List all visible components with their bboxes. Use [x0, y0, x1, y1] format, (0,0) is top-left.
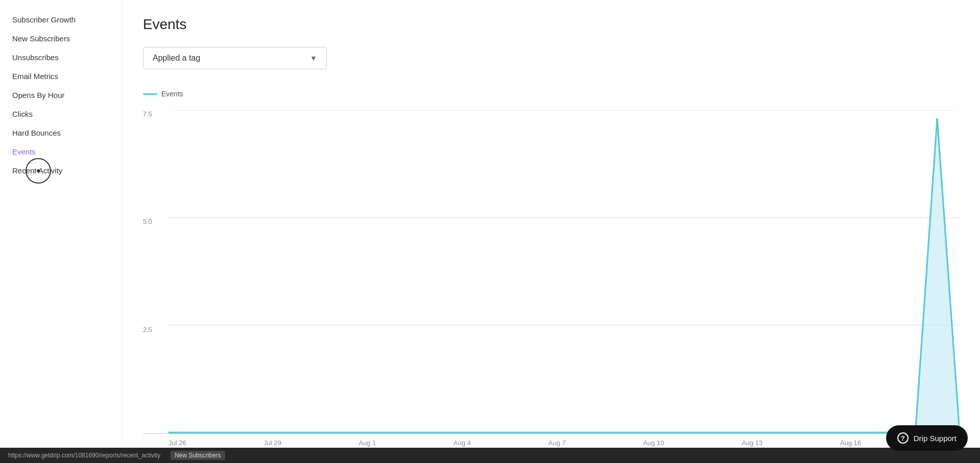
footer-url: https://www.getdrip.com/1081690/reports/… [8, 452, 160, 459]
footer-bar: https://www.getdrip.com/1081690/reports/… [0, 448, 980, 463]
x-label-aug-16: Aug 16 [840, 439, 861, 447]
chart-svg-wrapper [168, 110, 960, 433]
drip-support-button[interactable]: ? Drip Support [886, 425, 968, 451]
sidebar-item-opens-by-hour[interactable]: Opens By Hour [0, 86, 122, 105]
sidebar-item-hard-bounces[interactable]: Hard Bounces [0, 123, 122, 142]
x-label-aug-1: Aug 1 [359, 439, 376, 447]
x-label-jul-29: Jul 29 [263, 439, 281, 447]
dropdown-wrapper: Applied a tag ▼ [143, 47, 960, 69]
x-label-aug-13: Aug 13 [742, 439, 763, 447]
x-label-aug-4: Aug 4 [454, 439, 471, 447]
sidebar-item-subscriber-growth[interactable]: Subscriber Growth [0, 10, 122, 29]
dropdown-value: Applied a tag [153, 54, 200, 63]
y-label-25: 2.5 [143, 326, 166, 333]
x-label-aug-7: Aug 7 [548, 439, 566, 447]
sidebar-item-events[interactable]: Events [0, 142, 122, 161]
chart-svg [168, 110, 960, 433]
sidebar-item-email-metrics[interactable]: Email Metrics [0, 67, 122, 86]
sidebar: Subscriber GrowthNew SubscribersUnsubscr… [0, 0, 122, 463]
svg-marker-4 [168, 118, 960, 433]
chart-area: 7.5 5.0 2.5 Jul 26Jul 29Aug 1Aug 4Aug 7A… [143, 110, 960, 447]
sidebar-item-unsubscribes[interactable]: Unsubscribes [0, 48, 122, 67]
chevron-down-icon: ▼ [310, 54, 317, 62]
main-content: Events Applied a tag ▼ Events [122, 0, 980, 463]
chart-grid: 7.5 5.0 2.5 [143, 110, 960, 434]
drip-support-icon: ? [897, 432, 909, 444]
drip-support-label: Drip Support [914, 434, 957, 443]
x-label-jul-26: Jul 26 [168, 439, 186, 447]
cursor-indicator [26, 158, 51, 184]
legend-label: Events [161, 90, 183, 98]
sidebar-item-clicks[interactable]: Clicks [0, 105, 122, 123]
sidebar-item-new-subscribers[interactable]: New Subscribers [0, 29, 122, 48]
chart-legend: Events [143, 90, 960, 98]
y-label-50: 5.0 [143, 218, 166, 225]
y-label-75: 7.5 [143, 110, 166, 118]
event-type-dropdown[interactable]: Applied a tag ▼ [143, 47, 327, 69]
sidebar-item-recent-activity[interactable]: Recent Activity [0, 161, 122, 180]
chart-container: Events [143, 90, 960, 447]
page-title: Events [143, 16, 960, 33]
x-axis: Jul 26Jul 29Aug 1Aug 4Aug 7Aug 10Aug 13A… [143, 434, 960, 447]
legend-line-icon [143, 93, 157, 95]
footer-tag: New Subscribers [170, 451, 225, 460]
x-label-aug-10: Aug 10 [643, 439, 664, 447]
